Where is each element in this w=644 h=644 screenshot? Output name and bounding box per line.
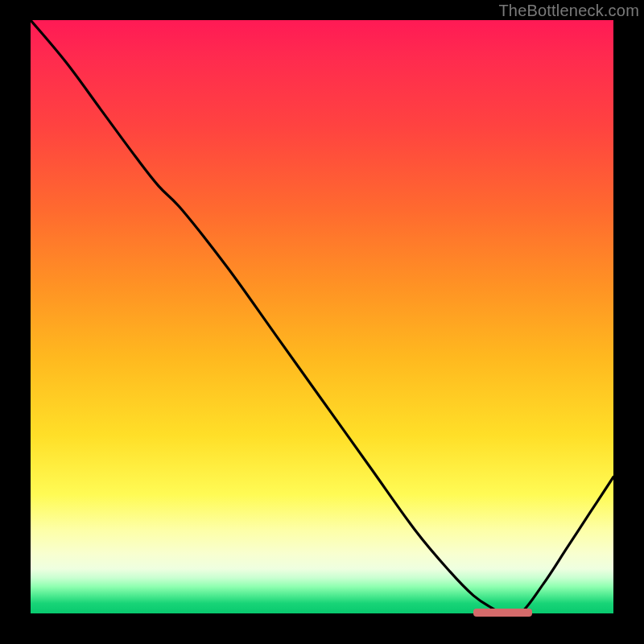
chart-plot-area — [31, 20, 613, 613]
watermark-text: TheBottleneck.com — [498, 2, 639, 20]
chart-stage: TheBottleneck.com — [0, 0, 644, 644]
valley-marker — [473, 609, 531, 617]
bottleneck-curve — [31, 20, 613, 613]
